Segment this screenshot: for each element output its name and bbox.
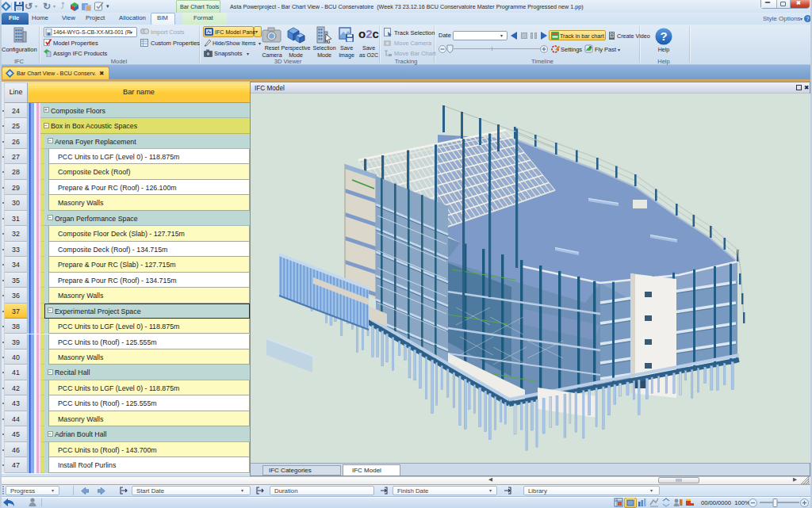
svg-text:?: ?: [806, 16, 810, 21]
svg-text:?: ?: [660, 29, 667, 43]
